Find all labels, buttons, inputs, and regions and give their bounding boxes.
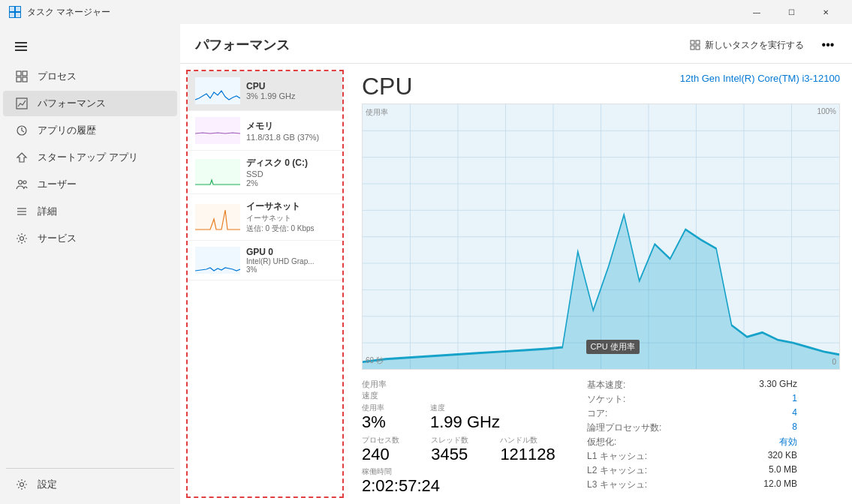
detail-panel: CPU 12th Gen Intel(R) Core(TM) i3-12100 … [350, 64, 852, 504]
stat-key: L2 キャッシュ: [587, 464, 647, 477]
services-label: サービス [38, 232, 77, 245]
maximize-button[interactable]: ☐ [774, 0, 808, 24]
svg-rect-20 [696, 46, 700, 50]
minimize-button[interactable]: — [739, 0, 774, 24]
sidebar-item-details[interactable]: 詳細 [3, 199, 177, 224]
ethernet-info: イーサネット イーサネット 送信: 0 受信: 0 Kbps [246, 200, 335, 234]
resource-item-memory[interactable]: メモリ 11.8/31.8 GB (37%) [188, 111, 342, 151]
users-label: ユーザー [38, 178, 77, 191]
svg-rect-5 [23, 71, 27, 76]
sidebar-item-processes[interactable]: プロセス [3, 64, 177, 89]
svg-rect-2 [10, 13, 14, 17]
speed-label: 速度 [362, 390, 415, 401]
sidebar-bottom: 設定 [0, 465, 180, 504]
services-icon [15, 232, 29, 245]
processes-label: プロセス [38, 70, 77, 83]
stat-key: L1 キャッシュ: [587, 450, 647, 463]
titlebar-title: タスク マネージャー [27, 6, 110, 19]
svg-rect-8 [17, 98, 27, 109]
new-task-icon [690, 40, 700, 50]
content-body: CPU 3% 1.99 GHz メモリ 11.8/31.8 GB (37%) [180, 64, 852, 504]
users-icon [15, 178, 29, 191]
more-icon: ••• [822, 38, 835, 52]
handles-label: ハンドル数 [500, 435, 572, 446]
right-stats-row: L1 キャッシュ:320 KB [587, 450, 797, 463]
memory-info: メモリ 11.8/31.8 GB (37%) [246, 120, 335, 142]
sidebar-item-services[interactable]: サービス [3, 226, 177, 251]
speed-stat-label: 速度 [430, 403, 528, 413]
chart-y-max: 100% [817, 107, 836, 116]
svg-rect-22 [195, 117, 240, 144]
stat-key: L3 キャッシュ: [587, 478, 647, 491]
cpu-chart: 使用率 100% [362, 104, 840, 370]
svg-rect-3 [16, 13, 20, 17]
sidebar-item-performance[interactable]: パフォーマンス [3, 91, 177, 116]
svg-point-16 [20, 483, 24, 487]
content-header: パフォーマンス 新しいタスクを実行する ••• [180, 24, 852, 64]
gpu-name: GPU 0 [246, 247, 335, 257]
startup-label: スタートアップ アプリ [38, 151, 138, 164]
uptime-stat: 稼働時間 2:02:57:24 [362, 466, 572, 495]
usage-stat: 使用率 速度 [362, 379, 415, 403]
memory-name: メモリ [246, 120, 335, 133]
disk-detail: SSD 2% [246, 170, 335, 188]
resource-item-ethernet[interactable]: イーサネット イーサネット 送信: 0 受信: 0 Kbps [188, 194, 342, 241]
gpu-detail: Intel(R) UHD Grap... 3% [246, 257, 335, 274]
threads-label: スレッド数 [431, 435, 485, 446]
gpu-mini-chart [195, 247, 240, 274]
right-stats-row: コア:4 [587, 407, 797, 420]
stat-key: ソケット: [587, 393, 625, 406]
resource-list: CPU 3% 1.99 GHz メモリ 11.8/31.8 GB (37%) [186, 70, 344, 498]
new-task-button[interactable]: 新しいタスクを実行する [684, 36, 810, 55]
gpu-info: GPU 0 Intel(R) UHD Grap... 3% [246, 247, 335, 274]
uptime-label: 稼働時間 [362, 466, 572, 477]
handles-value: 121128 [500, 446, 572, 464]
stat-val: 有効 [779, 436, 797, 448]
usage-value-block: 使用率 3% [362, 403, 415, 431]
threads-value: 3455 [431, 446, 485, 464]
processes-stat: プロセス数 240 [362, 435, 416, 464]
close-button[interactable]: ✕ [808, 0, 843, 24]
stats-row2: プロセス数 240 スレッド数 3455 ハンドル数 121128 [362, 435, 572, 464]
settings-label: 設定 [38, 478, 57, 491]
stat-val: 4 [792, 407, 797, 420]
more-options-button[interactable]: ••• [816, 33, 840, 57]
details-label: 詳細 [38, 205, 57, 218]
svg-rect-18 [696, 40, 700, 44]
right-stats-row: 基本速度:3.30 GHz [587, 379, 797, 392]
sidebar-item-app-history[interactable]: アプリの履歴 [3, 118, 177, 143]
stat-val: 8 [792, 422, 797, 434]
usage-stat-label: 使用率 [362, 403, 415, 413]
sidebar-item-settings[interactable]: 設定 [3, 472, 177, 497]
right-stats-row: L2 キャッシュ:5.0 MB [587, 464, 797, 477]
detail-subtitle: 12th Gen Intel(R) Core(TM) i3-12100 [680, 73, 840, 84]
svg-rect-19 [691, 46, 694, 50]
svg-rect-17 [691, 40, 694, 44]
disk-name: ディスク 0 (C:) [246, 157, 335, 170]
chart-icon [15, 97, 29, 110]
disk-info: ディスク 0 (C:) SSD 2% [246, 157, 335, 188]
chart-x-left: 60 秒 [366, 356, 384, 366]
sidebar-item-users[interactable]: ユーザー [3, 172, 177, 197]
sidebar-divider [6, 468, 174, 469]
resource-item-cpu[interactable]: CPU 3% 1.99 GHz [188, 71, 342, 111]
cpu-mini-chart [195, 77, 240, 104]
resource-item-disk[interactable]: ディスク 0 (C:) SSD 2% [188, 151, 342, 194]
cpu-chart-svg [363, 104, 839, 369]
menu-button[interactable] [6, 33, 36, 60]
stat-val: 12.0 MB [763, 478, 797, 491]
right-stats-row: 仮想化:有効 [587, 436, 797, 448]
detail-title: CPU [362, 73, 413, 100]
right-stats-row: ソケット:1 [587, 393, 797, 406]
sidebar-item-startup[interactable]: スタートアップ アプリ [3, 145, 177, 170]
app-history-label: アプリの履歴 [38, 124, 96, 137]
ethernet-detail: イーサネット 送信: 0 受信: 0 Kbps [246, 213, 335, 234]
cpu-info: CPU 3% 1.99 GHz [246, 81, 335, 100]
details-icon [15, 205, 29, 218]
bottom-stats: 使用率 速度 使用率 3% 速度 1.99 GHz [362, 379, 840, 495]
cpu-detail: 3% 1.99 GHz [246, 92, 335, 100]
uptime-value: 2:02:57:24 [362, 477, 572, 495]
ethernet-name: イーサネット [246, 200, 335, 213]
resource-item-gpu[interactable]: GPU 0 Intel(R) UHD Grap... 3% [188, 241, 342, 280]
ethernet-mini-chart [195, 204, 240, 231]
